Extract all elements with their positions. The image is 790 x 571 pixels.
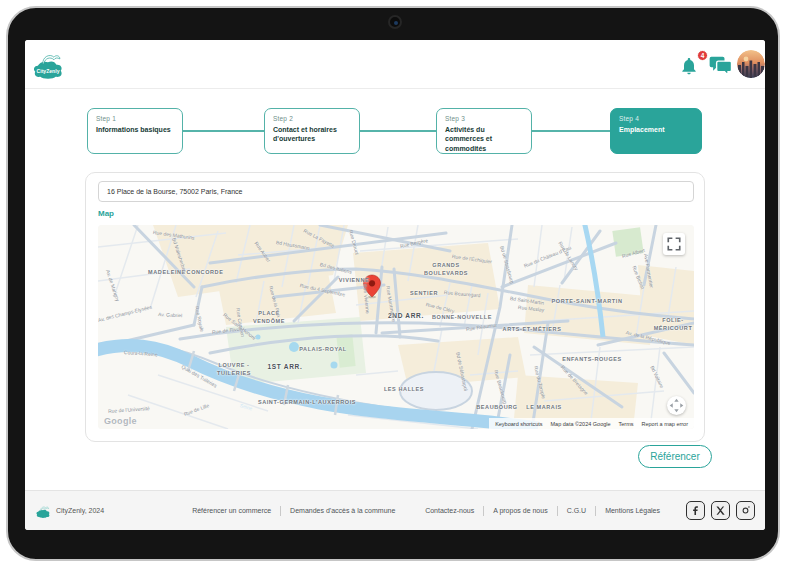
cityzenly-logo[interactable]: CityZenly [31, 47, 65, 81]
map-street-label: Rue des Mathurins [153, 229, 195, 241]
app-screen: CityZenly 4 [25, 40, 765, 530]
map-street-label: Rue Auber [254, 240, 272, 263]
footer-link-referencer[interactable]: Référencer un commerce [192, 507, 271, 514]
copyright-text: CityZenly, 2024 [56, 507, 104, 514]
step-number: Step 3 [445, 115, 523, 122]
notifications-bell-icon[interactable]: 4 [679, 52, 705, 78]
map-street-label: Av. des Champs-Élysées [98, 304, 152, 323]
map-street-label: Rue Cambon [235, 307, 246, 337]
footer-legal: Contactez-nous A propos de nous C.G.U Me… [425, 506, 660, 516]
keyboard-shortcuts-link[interactable]: Keyboard shortcuts [495, 421, 542, 427]
footer-link-apropos[interactable]: A propos de nous [493, 507, 548, 514]
referencer-button[interactable]: Référencer [638, 445, 712, 468]
map-street-label: Av. de Marigny [105, 269, 121, 302]
step-connector [360, 130, 436, 132]
instagram-icon[interactable] [736, 501, 755, 520]
app-header: CityZenly 4 [25, 40, 765, 88]
map-street-label: Rue de l'Échiquier [452, 253, 493, 265]
step-1-box[interactable]: Step 1 Informations basiques [87, 108, 183, 154]
map-street-label: Rue de Rivoli [212, 325, 242, 335]
map-street-label: Bd Haussmann [275, 239, 310, 251]
x-twitter-icon[interactable] [711, 501, 730, 520]
map-street-label: Cours-la-Reine [124, 349, 158, 357]
terms-link[interactable]: Terms [619, 421, 634, 427]
map-street-label: Bd Malesherbes [171, 237, 188, 273]
map-street-label: Rue du Château d'Eau [523, 244, 572, 268]
map-street-label: Bd Saint-Martin [510, 295, 545, 306]
map-street-label: Rue du Temple [533, 365, 547, 399]
footer-link-cgu[interactable]: C.G.U [567, 507, 586, 514]
map-street-label: Rue de Lille [183, 402, 210, 417]
step-4-box[interactable]: Step 4 Emplacement [610, 108, 702, 154]
google-logo[interactable]: Google [104, 416, 137, 426]
map-street-label: Ave Parmentier [643, 253, 655, 288]
google-map[interactable]: MADELEINECONCORDEVIVIENNEPLACE VENDÔMEGR… [98, 225, 694, 429]
separator [483, 506, 484, 516]
map-attribution: Keyboard shortcuts Map data ©2024 Google… [489, 418, 694, 429]
step-label: Emplacement [619, 125, 693, 134]
step-label: Informations basiques [96, 125, 174, 134]
footer-nav: Référencer un commerce Demandes d'accès … [192, 506, 395, 516]
step-2-box[interactable]: Step 2 Contact et horaires d'ouvertures [264, 108, 360, 154]
map-street-label: Rue Beaubourg [493, 369, 508, 404]
map-data-label: Map data ©2024 Google [551, 421, 611, 427]
messages-icon[interactable] [709, 55, 733, 76]
address-input[interactable] [98, 181, 694, 202]
footer-link-mentions[interactable]: Mentions Légales [605, 507, 660, 514]
map-street-label: Bd Voltaire [649, 365, 665, 389]
step-connector [183, 130, 264, 132]
map-section-label: Map [98, 209, 114, 218]
map-street-label: Rue de Lancry [557, 240, 579, 271]
map-street-label: Rue Royale [194, 305, 205, 332]
report-map-error-link[interactable]: Report a map error [642, 421, 688, 427]
map-street-label: Rue de Cléry [425, 301, 455, 314]
map-street-label: Rue Meslay [518, 304, 545, 313]
map-street-label: Rue de l'Université [108, 405, 150, 414]
step-number: Step 2 [273, 115, 351, 122]
map-street-label: Bd de Sébastopol [455, 351, 469, 391]
location-card: Map [85, 172, 705, 442]
map-street-label: Rue Bichat [631, 265, 646, 290]
map-street-label: Rue de la Paix [268, 285, 282, 318]
map-street-label: Av. de la République [625, 329, 671, 346]
header-divider [25, 88, 765, 89]
step-number: Step 4 [619, 115, 693, 122]
map-street-label: Rue Saint-Honoré [222, 312, 257, 341]
map-street-label: Rue Réaumur [466, 322, 498, 332]
map-street-label: Rue Montmartre [385, 285, 397, 322]
logo-text: CityZenly [37, 68, 60, 74]
pan-control-icon[interactable] [667, 396, 686, 415]
footer-link-demandes[interactable]: Demandes d'accès à la commune [290, 507, 395, 514]
tablet-frame: CityZenly 4 [6, 6, 780, 561]
map-street-label: Bd de Strasbourg [499, 245, 515, 284]
facebook-icon[interactable] [686, 501, 705, 520]
separator [280, 506, 281, 516]
front-camera [388, 15, 402, 29]
map-street-layer: Rue des MathurinsBd MalesherbesRue La Fa… [98, 225, 694, 429]
step-label: Contact et horaires d'ouvertures [273, 125, 351, 144]
map-street-label: Rue Beauregard [444, 289, 481, 298]
map-street-label: Bd des Italiens [319, 261, 352, 275]
map-street-label: Quai des Tuileries [181, 363, 219, 388]
map-street-label: Rue de Bretagne [560, 364, 590, 396]
map-street-label: Rue Bergère [399, 237, 428, 249]
map-street-label: Rue Albert [621, 247, 645, 259]
step-label: Activités du commerces et commodités [445, 125, 523, 153]
step-number: Step 1 [96, 115, 174, 122]
app-footer: CityZenly, 2024 Référencer un commerce D… [25, 490, 765, 530]
map-street-label: Rue La Fayette [303, 227, 336, 248]
map-street-label: Rue du 4 Septembre [299, 282, 345, 297]
separator [595, 506, 596, 516]
fullscreen-icon[interactable] [663, 233, 685, 255]
map-street-label: Rue Drouot [348, 229, 360, 255]
step-connector [532, 130, 610, 132]
footer-link-contact[interactable]: Contactez-nous [425, 507, 474, 514]
step-3-box[interactable]: Step 3 Activités du commerces et commodi… [436, 108, 532, 154]
map-street-label: Seine [239, 402, 253, 411]
cityzenly-logo-small [35, 503, 51, 519]
user-avatar[interactable] [737, 50, 765, 78]
map-street-label: Av. Gabriel [158, 311, 183, 318]
notification-badge: 4 [697, 50, 708, 61]
map-street-label: Rue Vivienne [362, 284, 371, 314]
footer-copyright: CityZenly, 2024 [35, 503, 104, 519]
